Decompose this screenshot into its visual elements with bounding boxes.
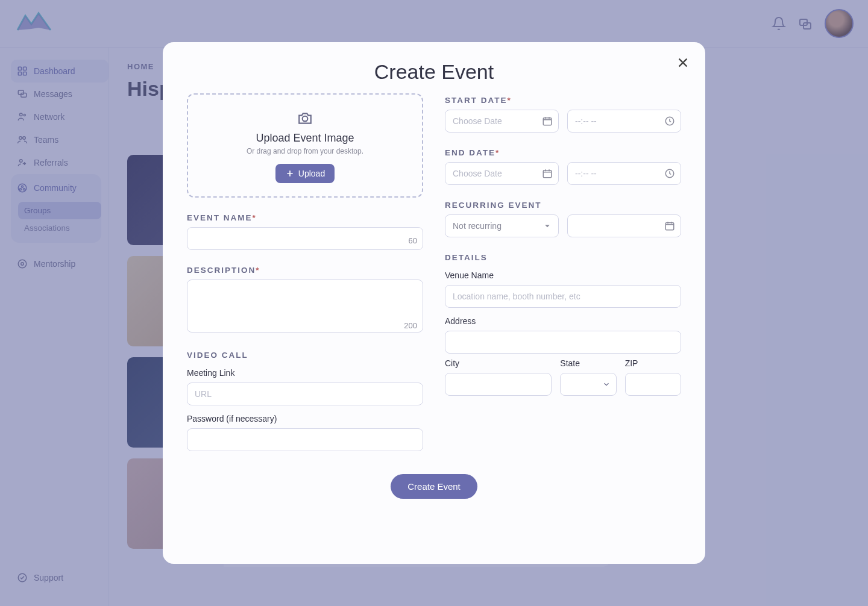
upload-title: Upload Event Image	[200, 132, 410, 145]
upload-dropzone[interactable]: Upload Event Image Or drag and drop from…	[187, 93, 423, 198]
start-time-input[interactable]	[567, 110, 681, 133]
description-input[interactable]	[187, 280, 423, 333]
svg-point-21	[303, 116, 308, 122]
create-event-modal: Create Event Upload Event Image Or drag …	[163, 42, 705, 564]
address-label: Address	[445, 316, 681, 326]
upload-button[interactable]: Upload	[275, 164, 335, 183]
event-name-input[interactable]	[187, 227, 423, 250]
event-name-label: EVENT NAME*	[187, 213, 423, 222]
start-date-input[interactable]	[445, 110, 559, 133]
end-time-input[interactable]	[567, 162, 681, 185]
end-date-input[interactable]	[445, 162, 559, 185]
video-call-section: VIDEO CALL	[187, 351, 423, 360]
char-limit: 60	[409, 236, 417, 245]
meeting-link-input[interactable]	[187, 383, 423, 405]
zip-input[interactable]	[625, 373, 681, 396]
state-label: State	[560, 358, 616, 368]
close-icon	[676, 56, 690, 69]
city-input[interactable]	[445, 373, 552, 396]
plus-icon	[285, 169, 295, 178]
camera-icon	[297, 110, 313, 126]
modal-title: Create Event	[187, 60, 681, 84]
close-button[interactable]	[676, 54, 690, 73]
address-input[interactable]	[445, 331, 681, 354]
recurring-select[interactable]: Not recurring	[445, 214, 559, 237]
start-date-label: START DATE*	[445, 96, 681, 105]
password-input[interactable]	[187, 428, 423, 451]
end-date-label: END DATE*	[445, 148, 681, 157]
venue-input[interactable]	[445, 285, 681, 308]
modal-overlay[interactable]: Create Event Upload Event Image Or drag …	[0, 0, 868, 606]
create-event-button[interactable]: Create Event	[391, 474, 477, 499]
state-select[interactable]	[560, 373, 616, 396]
venue-label: Venue Name	[445, 270, 681, 280]
recurring-until-input[interactable]	[567, 214, 681, 237]
char-limit: 200	[404, 321, 417, 330]
password-label: Password (if necessary)	[187, 414, 423, 423]
upload-subtitle: Or drag and drop from your desktop.	[200, 147, 410, 155]
zip-label: ZIP	[625, 358, 681, 368]
recurring-label: RECURRING EVENT	[445, 201, 681, 210]
description-label: DESCRIPTION*	[187, 266, 423, 275]
meeting-link-label: Meeting Link	[187, 368, 423, 378]
details-section: DETAILS	[445, 253, 681, 262]
city-label: City	[445, 358, 552, 368]
